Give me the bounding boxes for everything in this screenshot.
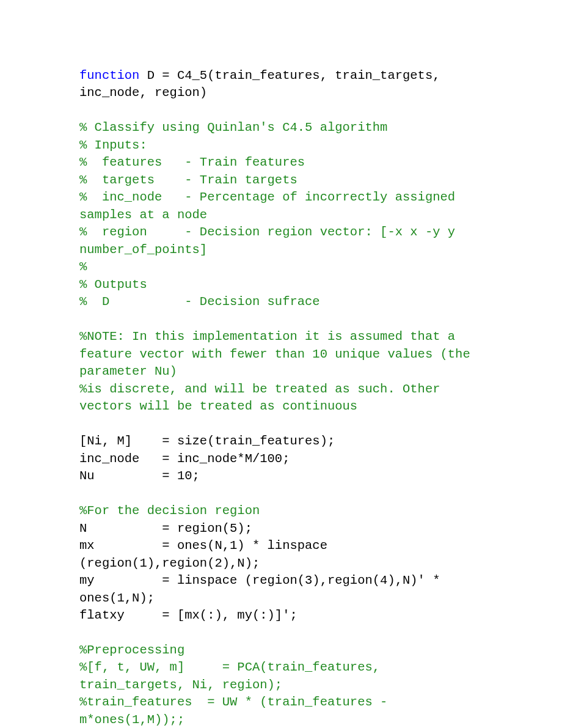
code-line bbox=[79, 416, 483, 433]
code-segment: % targets - Train targets bbox=[79, 173, 297, 187]
code-line: % Inputs: bbox=[79, 137, 483, 154]
code-segment: % Classify using Quinlan's C4.5 algorith… bbox=[79, 120, 387, 134]
code-line: % inc_node - Percentage of incorrectly a… bbox=[79, 189, 483, 224]
code-line bbox=[79, 485, 483, 502]
code-line: function D = C4_5(train_features, train_… bbox=[79, 67, 483, 102]
code-line: %[f, t, UW, m] = PCA(train_features, tra… bbox=[79, 659, 483, 694]
code-line: N = region(5); bbox=[79, 520, 483, 537]
code-line: % targets - Train targets bbox=[79, 172, 483, 189]
code-segment: % Outputs bbox=[79, 278, 147, 292]
code-line: % Classify using Quinlan's C4.5 algorith… bbox=[79, 119, 483, 136]
code-segment: mx = ones(N,1) * linspace (region(1),reg… bbox=[79, 539, 335, 570]
code-segment: %For the decision region bbox=[79, 504, 260, 518]
code-line: inc_node = inc_node*M/100; bbox=[79, 450, 483, 468]
code-line: % features - Train features bbox=[79, 154, 483, 171]
code-line: mx = ones(N,1) * linspace (region(1),reg… bbox=[79, 537, 483, 572]
code-segment: % bbox=[79, 260, 87, 274]
code-segment: % region - Decision region vector: [-x x… bbox=[79, 225, 462, 256]
code-segment: N = region(5); bbox=[79, 521, 252, 535]
code-line: my = linspace (region(3),region(4),N)' *… bbox=[79, 572, 483, 607]
code-segment: %[f, t, UW, m] = PCA(train_features, tra… bbox=[79, 660, 387, 691]
code-segment: % Inputs: bbox=[79, 138, 147, 152]
code-line: %For the decision region bbox=[79, 502, 483, 520]
code-segment: flatxy = [mx(:), my(:)]'; bbox=[79, 608, 297, 622]
code-line: % D - Decision sufrace bbox=[79, 293, 483, 311]
code-line: %Preprocessing bbox=[79, 642, 483, 659]
code-segment: [Ni, M] = size(train_features); bbox=[79, 434, 335, 448]
code-segment: %train_features = UW * (train_features -… bbox=[79, 695, 395, 726]
code-line: % bbox=[79, 259, 483, 276]
code-segment: %NOTE: In this implementation it is assu… bbox=[79, 329, 478, 378]
code-segment: my = linspace (region(3),region(4),N)' *… bbox=[79, 573, 448, 605]
code-line: % Outputs bbox=[79, 276, 483, 293]
code-line: %is discrete, and will be treated as suc… bbox=[79, 381, 483, 416]
code-segment: inc_node = inc_node*M/100; bbox=[79, 452, 290, 466]
code-line: %train_features = UW * (train_features -… bbox=[79, 694, 483, 728]
code-line: %NOTE: In this implementation it is assu… bbox=[79, 328, 483, 380]
code-segment: Nu = 10; bbox=[79, 469, 200, 483]
code-line: % region - Decision region vector: [-x x… bbox=[79, 224, 483, 259]
code-segment: % features - Train features bbox=[79, 155, 305, 169]
code-segment: %is discrete, and will be treated as suc… bbox=[79, 382, 448, 413]
code-line: [Ni, M] = size(train_features); bbox=[79, 433, 483, 450]
code-segment: function bbox=[79, 68, 139, 83]
code-line: Nu = 10; bbox=[79, 468, 483, 485]
code-block: function D = C4_5(train_features, train_… bbox=[79, 67, 483, 728]
code-segment: %Preprocessing bbox=[79, 643, 184, 657]
code-line bbox=[79, 311, 483, 328]
code-line bbox=[79, 102, 483, 119]
code-line bbox=[79, 625, 483, 642]
code-segment: % inc_node - Percentage of incorrectly a… bbox=[79, 190, 462, 221]
code-segment: % D - Decision sufrace bbox=[79, 295, 320, 309]
code-line: flatxy = [mx(:), my(:)]'; bbox=[79, 607, 483, 624]
